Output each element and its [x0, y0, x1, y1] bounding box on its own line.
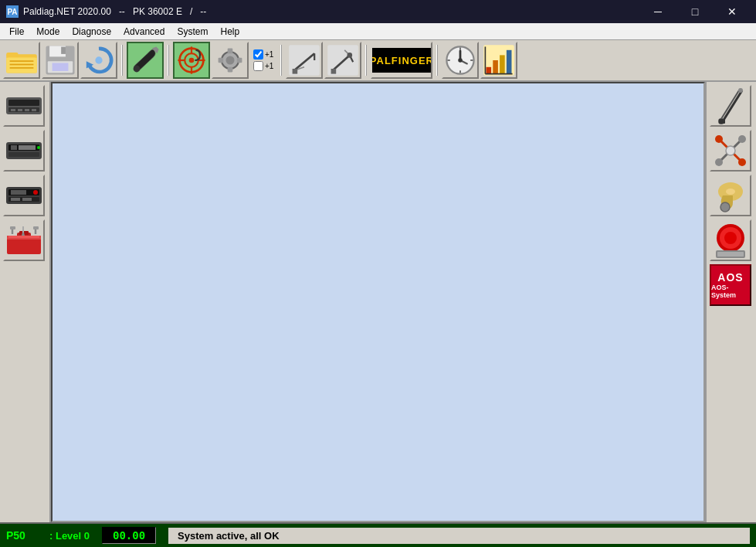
sidebar-cable-button[interactable]: [710, 85, 751, 127]
menu-file[interactable]: File: [3, 25, 30, 39]
device2-icon: [5, 131, 43, 170]
wrench-icon: [128, 43, 162, 77]
status-time: 00.00: [102, 527, 156, 544]
device-name: PK 36002 E: [133, 6, 182, 17]
svg-rect-66: [11, 145, 17, 150]
svg-rect-91: [719, 119, 725, 124]
svg-rect-61: [25, 109, 29, 111]
main-layout: AOS AOS-System: [0, 82, 756, 522]
svg-point-13: [95, 56, 102, 63]
status-message: System active, all OK: [168, 528, 750, 544]
svg-rect-57: [8, 100, 39, 106]
sidebar-tools-button[interactable]: [710, 130, 751, 172]
svg-point-40: [347, 53, 353, 58]
minimize-button[interactable]: ─: [640, 0, 676, 23]
target-icon: [175, 43, 208, 77]
gear-button[interactable]: [212, 42, 249, 79]
checkbox-group: +1 +1: [253, 49, 273, 71]
app-name: Paldiag.NET 2020.00: [23, 6, 111, 17]
refresh-button[interactable]: [80, 42, 117, 79]
palfinger-logo: PALFINGER: [372, 48, 431, 73]
status-bar: P50 : Level 0 00.00 System active, all O…: [0, 522, 756, 547]
tools-icon: [711, 131, 750, 170]
svg-rect-62: [32, 109, 36, 111]
save-button[interactable]: [42, 42, 79, 79]
device3-icon: [5, 176, 43, 215]
svg-point-98: [726, 146, 735, 155]
svg-point-101: [726, 189, 735, 195]
arm2-icon: [326, 43, 360, 77]
menu-advanced[interactable]: Advanced: [117, 25, 171, 39]
maximize-button[interactable]: □: [677, 0, 713, 23]
chart-button[interactable]: [480, 42, 517, 79]
svg-point-100: [720, 202, 730, 212]
sidebar-aos-button[interactable]: AOS AOS-System: [710, 264, 751, 306]
gear-icon: [213, 43, 247, 77]
arm1-button[interactable]: [286, 42, 323, 79]
menu-mode[interactable]: Mode: [30, 25, 66, 39]
svg-point-68: [37, 146, 40, 149]
sidebar-device1-button[interactable]: [3, 85, 45, 127]
toolbox-icon: [5, 221, 43, 260]
close-button[interactable]: ✕: [714, 0, 750, 23]
target-button[interactable]: [173, 42, 210, 79]
checkbox1-label[interactable]: +1: [253, 49, 273, 59]
svg-point-25: [226, 56, 235, 65]
separator-1: [121, 45, 123, 76]
checkbox1[interactable]: [253, 49, 263, 59]
svg-rect-2: [6, 53, 18, 57]
open-folder-button[interactable]: [3, 42, 40, 79]
svg-point-44: [459, 58, 463, 63]
stop-icon: [711, 221, 750, 260]
title-text: Paldiag.NET 2020.00 -- PK 36002 E / --: [23, 6, 640, 17]
horn-icon: [711, 176, 750, 215]
svg-rect-53: [507, 50, 512, 74]
svg-line-87: [723, 90, 742, 121]
separator-3: [280, 45, 282, 76]
svg-rect-106: [717, 252, 744, 257]
svg-rect-50: [486, 67, 492, 74]
sidebar-stop-button[interactable]: [710, 219, 751, 261]
svg-point-96: [738, 135, 746, 143]
svg-rect-59: [11, 109, 15, 111]
svg-rect-51: [493, 60, 499, 74]
arm2-button[interactable]: [324, 42, 361, 79]
svg-rect-52: [500, 55, 506, 73]
chart-icon: [482, 43, 516, 77]
svg-rect-65: [8, 152, 39, 157]
svg-point-19: [189, 58, 195, 63]
sidebar-device3-button[interactable]: [3, 175, 45, 216]
svg-rect-82: [10, 226, 15, 229]
svg-rect-60: [18, 109, 22, 111]
svg-point-97: [715, 158, 723, 166]
svg-line-88: [720, 90, 739, 121]
menu-bar: File Mode Diagnose Advanced System Help: [0, 23, 756, 40]
separator-2: [168, 45, 169, 76]
sidebar-device2-button[interactable]: [3, 130, 45, 172]
sidebar-horn-button[interactable]: [710, 175, 751, 216]
wrench-button[interactable]: [127, 42, 164, 79]
separator-5: [436, 45, 438, 76]
palfinger-button[interactable]: PALFINGER: [371, 42, 432, 79]
svg-point-95: [738, 158, 746, 166]
svg-rect-83: [33, 226, 39, 229]
svg-rect-29: [237, 58, 242, 63]
menu-system[interactable]: System: [171, 25, 214, 39]
menu-diagnose[interactable]: Diagnose: [66, 25, 117, 39]
svg-rect-72: [11, 190, 26, 195]
clock-button[interactable]: [442, 42, 479, 79]
separator-4: [365, 45, 367, 76]
title-bar: PA Paldiag.NET 2020.00 -- PK 36002 E / -…: [0, 0, 756, 23]
center-content-area: [51, 82, 705, 522]
folder-icon: [5, 43, 39, 77]
svg-rect-27: [228, 67, 233, 73]
menu-help[interactable]: Help: [214, 25, 246, 39]
svg-point-104: [724, 232, 737, 244]
arm1-icon: [287, 43, 321, 77]
checkbox2[interactable]: [253, 61, 263, 71]
save-icon: [43, 43, 77, 77]
sidebar-toolbox-button[interactable]: [3, 219, 45, 261]
checkbox2-label[interactable]: +1: [253, 61, 273, 71]
svg-point-15: [134, 66, 141, 73]
cable-icon: [711, 87, 750, 125]
